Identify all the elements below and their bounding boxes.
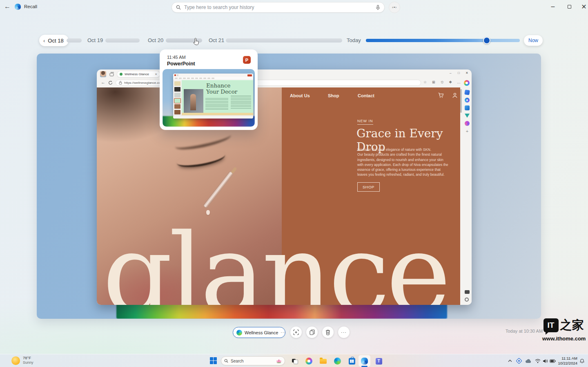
snapshot-timestamp: Today at 10:30 AM	[506, 329, 543, 333]
extensions-icon: ❖	[449, 80, 452, 84]
tab-stack-icon	[109, 72, 114, 76]
file-explorer-button[interactable]	[319, 357, 327, 365]
day-label-oct20[interactable]: Oct 20	[148, 37, 163, 43]
recall-taskbar-button[interactable]	[360, 357, 369, 365]
tray-widget-icon[interactable]	[515, 357, 523, 365]
slide-title: Enhance Your Decor	[206, 83, 237, 95]
copy-icon	[310, 329, 315, 335]
popup-app-name: PowerPoint	[167, 61, 195, 67]
new-in-badge: NEW IN	[357, 119, 373, 125]
app-title: Recall	[24, 4, 37, 9]
more-actions-button[interactable]: ···	[338, 327, 350, 338]
delete-button[interactable]	[322, 327, 334, 338]
hand-cursor	[193, 38, 200, 46]
search-placeholder: Type here to search your history	[184, 4, 376, 10]
browser-close-icon: ✕	[466, 71, 468, 75]
snapshot-preview-popup: 11:45 AM PowerPoint P	[160, 49, 258, 130]
taskbar-search[interactable]: Search	[221, 356, 285, 365]
volume-icon[interactable]	[541, 357, 549, 365]
star-icon: ✩	[441, 80, 444, 84]
ithome-logo: IT	[543, 318, 559, 332]
tools-icon	[465, 98, 470, 103]
tray-clock[interactable]: 11:11 AM 10/22/2024	[555, 356, 577, 366]
minimize-button[interactable]: –	[545, 0, 561, 13]
start-button[interactable]	[210, 357, 217, 364]
add-sidebar-icon: +	[465, 129, 470, 134]
powerpoint-icon: P	[243, 56, 251, 64]
back-button[interactable]: ←	[4, 3, 11, 10]
day-pill-oct18[interactable]: ‹ Oct 18	[39, 35, 69, 46]
search-icon	[176, 5, 181, 10]
recall-logo-icon	[15, 4, 21, 10]
timeline-segment[interactable]	[67, 38, 82, 43]
lotus-icon	[276, 358, 282, 363]
snapshot-card[interactable]: Wellness Glance ✕ – □ ✕ ← https://wel	[37, 54, 541, 319]
task-view-button[interactable]	[290, 357, 299, 365]
weather-sun-icon[interactable]	[11, 356, 20, 365]
shopping-icon	[464, 90, 470, 95]
more-icon: …	[457, 80, 461, 84]
notification-bell-icon[interactable]	[578, 357, 586, 365]
nav-about-us: About Us	[290, 93, 310, 98]
site-nav: About Us Shop Contact	[282, 93, 460, 101]
onedrive-cloud-icon[interactable]	[525, 357, 532, 365]
recall-app-window: ← Recall Type here to search your histor…	[0, 0, 588, 367]
teams-button[interactable]: T	[374, 357, 383, 365]
slide-photo	[184, 89, 203, 113]
taskbar: 78°F Sunny Search T	[0, 354, 588, 367]
now-button[interactable]: Now	[524, 35, 543, 46]
webpage-content: About Us Shop Contact NEW IN Grac	[97, 87, 472, 305]
browser-back-icon: ←	[101, 80, 105, 85]
search-icon	[224, 359, 228, 363]
slide-thumbnails-panel	[173, 80, 182, 119]
wifi-icon[interactable]	[534, 357, 541, 365]
mic-icon[interactable]	[376, 5, 380, 10]
slider-thumb[interactable]	[483, 37, 490, 44]
browser-minimize-icon: –	[450, 71, 451, 75]
timeline-toggle-button[interactable]: ‹•›	[389, 2, 400, 13]
glance-wordmark: glance	[102, 219, 447, 305]
thumb-powerpoint-window: Enhance Your Decor	[173, 74, 253, 119]
day-label-oct21[interactable]: Oct 21	[209, 37, 224, 43]
copy-button[interactable]	[306, 327, 318, 338]
nav-contact: Contact	[358, 93, 374, 98]
snip-button[interactable]	[290, 327, 302, 338]
pill-more-icon[interactable]: ···	[281, 330, 286, 335]
sidebar-settings-icon	[465, 298, 469, 302]
collections-icon: ⊞	[432, 80, 435, 84]
edge-taskbar-button[interactable]	[333, 357, 342, 365]
today-slider-track[interactable]	[366, 39, 520, 42]
device-icon	[465, 290, 470, 294]
closed-eye-lashes	[176, 148, 226, 170]
favorites-icon: ☆	[423, 80, 427, 84]
thumb-share-button	[247, 74, 252, 76]
weather-temp[interactable]: 78°F	[23, 356, 31, 360]
designer-icon	[465, 121, 470, 126]
more-icon: ···	[341, 330, 347, 335]
browser-profile-avatar	[100, 71, 106, 77]
serum-dropper	[203, 171, 234, 208]
timeline-segment[interactable]	[226, 38, 342, 43]
history-search-input[interactable]: Type here to search your history	[172, 2, 385, 13]
tray-chevron-icon[interactable]	[506, 357, 514, 365]
restore-button[interactable]	[561, 0, 577, 13]
timeline-segment[interactable]	[105, 38, 140, 43]
site-favicon	[120, 73, 122, 76]
source-app-pill[interactable]: Wellness Glance ···	[233, 327, 285, 338]
day-label-oct19[interactable]: Oct 19	[87, 37, 103, 43]
slide-canvas: Enhance Your Decor	[182, 80, 253, 115]
lock-icon	[119, 81, 122, 85]
eyebrow	[174, 129, 232, 153]
trash-icon	[325, 329, 330, 335]
account-icon	[452, 92, 458, 98]
copilot-taskbar-button[interactable]	[305, 357, 313, 365]
edge-sidebar: +	[463, 87, 472, 305]
popup-thumbnail[interactable]: Enhance Your Decor	[163, 69, 255, 127]
title-bar: ← Recall Type here to search your histor…	[0, 0, 588, 15]
weather-condition[interactable]: Sunny	[23, 360, 33, 365]
refresh-icon	[108, 81, 113, 85]
snip-icon	[293, 329, 299, 335]
store-button[interactable]	[347, 357, 356, 365]
close-button[interactable]: ✕	[576, 0, 588, 13]
copilot-icon	[464, 80, 470, 86]
